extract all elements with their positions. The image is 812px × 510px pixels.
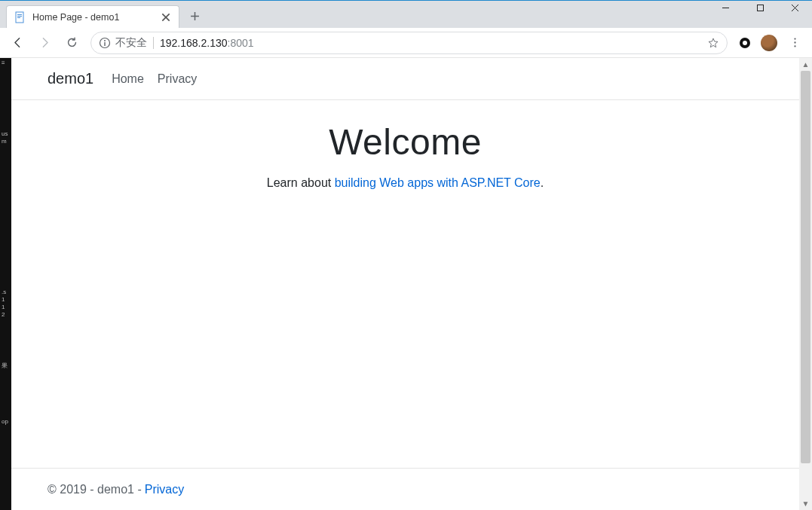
hero: Welcome Learn about building Web apps wi… xyxy=(11,100,799,468)
svg-point-10 xyxy=(794,38,795,39)
tab-close-icon[interactable] xyxy=(161,12,171,23)
site-info-icon[interactable] xyxy=(99,37,111,49)
svg-point-12 xyxy=(794,45,795,47)
scroll-up-arrow-icon[interactable]: ▲ xyxy=(799,58,812,71)
omnibox-separator xyxy=(153,37,154,49)
page-viewport: demo1 Home Privacy Welcome Learn about b… xyxy=(11,58,799,510)
svg-rect-1 xyxy=(17,14,22,15)
scroll-track[interactable] xyxy=(799,71,812,497)
profile-avatar[interactable] xyxy=(758,32,780,54)
tab-title: Home Page - demo1 xyxy=(32,12,156,23)
footer-privacy-link[interactable]: Privacy xyxy=(145,483,184,496)
nav-privacy-link[interactable]: Privacy xyxy=(158,72,197,86)
bookmark-star-icon[interactable] xyxy=(707,37,719,49)
svg-point-9 xyxy=(743,41,747,45)
hero-lead-link[interactable]: building Web apps with ASP.NET Core xyxy=(335,176,541,189)
background-terminal-strip: ≡ us m .s 1 1 2 果 op xyxy=(0,58,11,510)
url-port: :8001 xyxy=(228,37,254,49)
scroll-down-arrow-icon[interactable]: ▼ xyxy=(799,497,812,510)
address-bar[interactable]: 不安全 192.168.2.130:8001 xyxy=(90,32,728,54)
svg-rect-4 xyxy=(757,5,763,11)
forward-button[interactable] xyxy=(32,32,57,54)
browser-menu-button[interactable] xyxy=(782,32,807,54)
svg-point-11 xyxy=(794,41,795,43)
window-minimize-button[interactable] xyxy=(708,0,743,19)
window-maximize-button[interactable] xyxy=(743,0,777,19)
browser-tab-active[interactable]: Home Page - demo1 xyxy=(6,5,179,28)
brand-link[interactable]: demo1 xyxy=(47,70,93,87)
vertical-scrollbar[interactable]: ▲ ▼ xyxy=(799,58,812,510)
back-button[interactable] xyxy=(5,32,30,54)
url-text: 192.168.2.130:8001 xyxy=(160,37,254,49)
reload-button[interactable] xyxy=(59,32,84,54)
insecure-label: 不安全 xyxy=(115,36,147,50)
nav-home-link[interactable]: Home xyxy=(112,72,144,86)
scroll-thumb[interactable] xyxy=(801,71,810,463)
hero-lead-suffix: . xyxy=(541,176,544,189)
window-close-button[interactable] xyxy=(777,0,812,19)
svg-rect-3 xyxy=(17,17,20,18)
hero-lead: Learn about building Web apps with ASP.N… xyxy=(11,176,799,190)
svg-rect-2 xyxy=(17,16,22,17)
hero-lead-prefix: Learn about xyxy=(267,176,335,189)
new-tab-button[interactable] xyxy=(184,5,205,26)
browser-navbar: 不安全 192.168.2.130:8001 xyxy=(0,28,812,58)
url-host: 192.168.2.130 xyxy=(160,37,228,49)
extension-icon[interactable] xyxy=(734,32,756,54)
footer-text: © 2019 - demo1 - xyxy=(47,483,142,496)
hero-title: Welcome xyxy=(11,121,799,163)
browser-tabstrip: Home Page - demo1 xyxy=(0,1,812,28)
svg-point-6 xyxy=(104,40,106,41)
site-header: demo1 Home Privacy xyxy=(11,58,799,100)
svg-rect-7 xyxy=(104,42,105,46)
tab-favicon xyxy=(14,11,26,23)
site-footer: © 2019 - demo1 - Privacy xyxy=(11,468,799,510)
